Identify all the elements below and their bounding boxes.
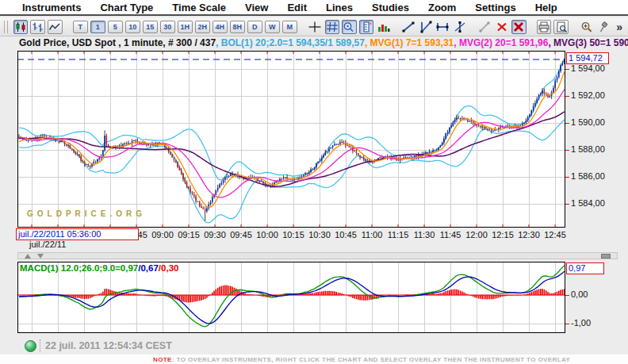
footer-note: NOTE: TO OVERLAY INSTRUMENTS, RIGHT CLIC… [0,354,628,364]
menu-chart-type[interactable]: Chart Type [100,2,153,13]
time-axis-label: 12:45 [541,230,569,239]
time-axis-label: 11:30 [410,230,438,239]
price-axis-tick [565,204,569,205]
price-axis-tick [565,123,569,124]
timeframe-button-4h[interactable]: 4H [213,21,228,33]
time-axis-label: 11:15 [384,230,412,239]
menu-zoom[interactable]: Zoom [428,2,456,13]
trend-line-button[interactable] [401,20,415,34]
price-axis-label: 1 586,00 [571,171,605,181]
mvg7-value-label: , MVG(1) 7=1 593,31 [365,37,454,48]
price-note-icon [343,21,355,33]
time-axis-label: 12:30 [515,230,543,239]
status-separator [40,339,40,352]
zoom-in-icon [580,21,593,33]
menu-instruments[interactable]: Instruments [22,2,81,13]
time-axis-label: 12:00 [462,230,491,239]
menu-studies[interactable]: Studies [372,2,409,13]
panel-splitter[interactable] [17,252,618,259]
menu-edit[interactable]: Edit [287,2,307,13]
print-button[interactable] [537,20,552,34]
macd-hist-label: /0,30 [159,263,179,273]
menu-time-scale[interactable]: Time Scale [172,2,226,13]
splitter-collapse-down-icon[interactable] [37,254,44,259]
vertical-line-button[interactable] [452,20,466,34]
macd-axis-label: 0,00 [571,289,588,299]
time-axis-label: 12:15 [488,230,517,239]
macd-value-box: 0,97 [566,262,604,274]
menu-settings[interactable]: Settings [475,2,515,13]
timeframe-button-30[interactable]: 30 [160,21,175,33]
last-price-box: 1 594,72 [566,52,609,64]
print-icon [538,21,550,33]
instrument-label: Gold Price, USD Spot , 1 minute, # 300 /… [19,37,216,48]
splitter-collapse-up-icon[interactable] [25,254,31,259]
timeframe-button-2h[interactable]: 2H [195,21,210,33]
price-axis-label: 1 588,00 [571,144,605,154]
macd-signal-label: /0,67 [138,263,159,273]
cursor-time-box: juil./22/2011 05:36:00 [16,228,139,240]
timeframe-button-8h[interactable]: 8H [230,21,245,33]
timeframe-button-15[interactable]: 15 [143,21,158,33]
timeframe-button-m[interactable]: M [282,21,297,33]
macd-study-label: MACD(1) 12.0;26.0;9.0=0,97/0,67/0,30 [20,263,178,273]
price-note-button[interactable] [342,20,357,34]
print-preview-icon [555,21,568,33]
menu-lines[interactable]: Lines [326,2,353,13]
print-preview-button[interactable] [553,20,569,34]
line-chart-button[interactable] [48,20,63,34]
axis-values-icon [360,21,373,33]
horizontal-line-icon [435,21,450,33]
timeframe-button-group: T151015301H2H4H8HDWM [73,21,297,33]
splitter-grip-icon[interactable] [601,254,611,259]
candlestick-chart-icon [14,21,27,33]
horizontal-line-button[interactable] [435,20,450,34]
macd-axis-label: -1,00 [571,318,591,328]
ohlc-chart-button[interactable] [30,20,45,34]
disabled-line-button [477,20,492,34]
delete-line-icon [496,21,508,33]
price-axis-tick [565,69,569,70]
pin-button[interactable] [596,20,611,34]
note-prefix: NOTE [153,356,172,363]
price-axis-label: 1 592,00 [571,90,605,100]
grid-icon [326,21,339,33]
price-axis-tick [565,96,569,97]
time-axis-label: 09:00 [148,230,177,239]
macd-axis-tick [565,295,569,296]
price-chart-canvas[interactable] [17,51,565,228]
candlestick-chart-button[interactable] [13,20,29,34]
line-chart-icon [48,21,61,33]
macd-value-label: MACD(1) 12.0;26.0;9.0=0,97 [20,263,138,273]
delete-all-lines-icon [512,21,525,33]
menu-help[interactable]: Help [535,2,557,13]
grid-toggle-button[interactable] [325,20,340,34]
timeframe-button-w[interactable]: W [265,21,280,33]
trend-line-icon [401,21,415,33]
zoom-in-button[interactable] [579,20,593,34]
delete-all-lines-button[interactable] [511,20,527,34]
volume-toggle-button[interactable] [376,20,390,34]
timeframe-button-10[interactable]: 10 [125,21,140,33]
crosshair-icon [308,21,321,33]
toolbar-overflow-button[interactable]: » [613,21,626,33]
menu-bar: InstrumentsChart TypeTime ScaleViewEditL… [0,0,628,16]
timeframe-button-d[interactable]: D [247,21,262,33]
delete-line-button[interactable] [495,20,509,34]
timeframe-button-1h[interactable]: 1H [178,21,193,33]
time-axis-label: 10:00 [253,230,281,239]
menu-view[interactable]: View [245,2,268,13]
connection-status-icon [25,340,36,352]
time-axis-label: 10:15 [279,230,308,239]
extended-line-button[interactable] [419,20,433,34]
charting-application: InstrumentsChart TypeTime ScaleViewEditL… [0,0,628,364]
axis-values-button[interactable] [359,20,374,34]
timeframe-button-5[interactable]: 5 [108,21,123,33]
timeframe-button-t[interactable]: T [73,21,88,33]
status-timestamp: 22 juil. 2011 12:54:34 CEST [45,340,172,351]
pin-icon [597,21,610,33]
crosshair-button[interactable] [308,20,322,34]
timeframe-button-1[interactable]: 1 [90,21,105,33]
toolbar-drag-handle[interactable] [4,21,8,33]
price-chart-panel[interactable]: GOLDPRICE.ORG [17,51,565,228]
